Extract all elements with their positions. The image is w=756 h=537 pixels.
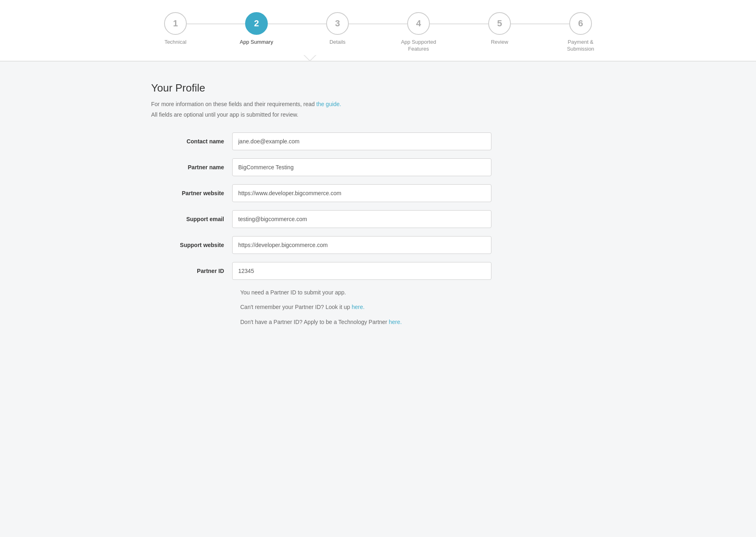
step-circle-6: 6 [569, 12, 592, 35]
form-row-support-website: Support website [151, 236, 516, 254]
label-partner-website: Partner website [151, 190, 232, 196]
step-label-2: App Summary [240, 39, 273, 46]
step-label-1: Technical [164, 39, 186, 46]
stepper-container: 1Technical2App Summary3Details4App Suppo… [0, 0, 756, 61]
page-title: Your Profile [151, 82, 605, 94]
help-line3-prefix: Don't have a Partner ID? Apply to be a T… [240, 319, 389, 325]
optional-note: All fields are optional until your app i… [151, 111, 605, 118]
step-5[interactable]: 5Review [459, 12, 540, 46]
form-row-partner-id: Partner ID [151, 262, 516, 280]
help-line2-prefix: Can't remember your Partner ID? Look it … [240, 304, 352, 310]
stepper-arrow [303, 55, 316, 62]
help-line1: You need a Partner ID to submit your app… [240, 288, 516, 297]
form-row-contact-name: Contact name [151, 132, 516, 150]
label-support-website: Support website [151, 242, 232, 248]
form-rows: Contact namePartner namePartner websiteS… [151, 132, 516, 280]
step-circle-5: 5 [488, 12, 511, 35]
subtitle: For more information on these fields and… [151, 101, 605, 107]
input-partner-website[interactable] [232, 184, 491, 202]
step-circle-2: 2 [245, 12, 268, 35]
form-row-partner-name: Partner name [151, 158, 516, 176]
label-contact-name: Contact name [151, 138, 232, 145]
step-label-3: Details [329, 39, 346, 46]
stepper-wrapper: 1Technical2App Summary3Details4App Suppo… [0, 0, 756, 62]
lookup-link[interactable]: here. [352, 304, 365, 310]
step-label-4: App Supported Features [394, 39, 443, 53]
input-partner-id[interactable] [232, 262, 491, 280]
partner-id-help: You need a Partner ID to submit your app… [232, 288, 516, 326]
help-line2: Can't remember your Partner ID? Look it … [240, 303, 516, 311]
input-support-email[interactable] [232, 210, 491, 228]
label-partner-name: Partner name [151, 164, 232, 170]
step-2[interactable]: 2App Summary [216, 12, 297, 46]
step-circle-1: 1 [164, 12, 187, 35]
step-4[interactable]: 4App Supported Features [378, 12, 459, 53]
step-6[interactable]: 6Payment & Submission [540, 12, 621, 53]
form-row-support-email: Support email [151, 210, 516, 228]
subtitle-text: For more information on these fields and… [151, 101, 316, 107]
step-1[interactable]: 1Technical [135, 12, 216, 46]
step-label-5: Review [491, 39, 508, 46]
form-row-partner-website: Partner website [151, 184, 516, 202]
step-circle-4: 4 [407, 12, 430, 35]
apply-link[interactable]: here. [389, 319, 402, 325]
label-partner-id: Partner ID [151, 268, 232, 274]
input-contact-name[interactable] [232, 132, 491, 150]
input-partner-name[interactable] [232, 158, 491, 176]
stepper: 1Technical2App Summary3Details4App Suppo… [135, 12, 621, 61]
guide-link[interactable]: the guide. [316, 101, 342, 107]
step-circle-3: 3 [326, 12, 349, 35]
input-support-website[interactable] [232, 236, 491, 254]
step-label-6: Payment & Submission [556, 39, 605, 53]
step-3[interactable]: 3Details [297, 12, 378, 46]
main-content: Your Profile For more information on the… [135, 62, 621, 352]
form-section: Contact namePartner namePartner websiteS… [151, 132, 516, 326]
help-line3: Don't have a Partner ID? Apply to be a T… [240, 318, 516, 326]
label-support-email: Support email [151, 216, 232, 222]
